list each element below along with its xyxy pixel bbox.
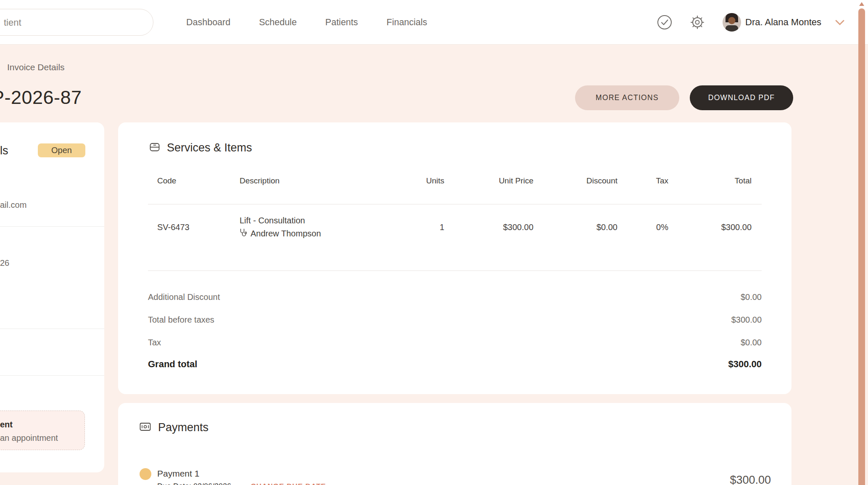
payments-card: Payments Payment 1 Due Date: 02/06/2026 … [118, 403, 791, 485]
payment-due-date: Due Date: 02/06/2026 [157, 482, 231, 485]
appointment-notice-title-fragment: ent [0, 420, 13, 429]
payment-name: Payment 1 [157, 469, 199, 479]
stethoscope-icon [240, 228, 247, 239]
nav-item-schedule[interactable]: Schedule [259, 17, 297, 28]
total-before-taxes-value: $300.00 [731, 315, 762, 325]
payments-title: Payments [158, 421, 208, 434]
col-header-units: Units [426, 176, 444, 186]
grand-total-value: $300.00 [728, 359, 762, 370]
nav-item-patients[interactable]: Patients [325, 17, 358, 28]
sidebar-title-fragment: ls [0, 144, 8, 157]
col-header-description: Description [240, 176, 280, 186]
col-header-discount: Discount [586, 176, 617, 186]
appointment-notice-body-fragment: an appointment [0, 433, 58, 443]
col-header-tax: Tax [656, 176, 668, 186]
row-provider: Andrew Thompson [240, 228, 321, 239]
table-row-divider [148, 270, 762, 271]
nav-item-dashboard[interactable]: Dashboard [186, 17, 230, 28]
additional-discount-label: Additional Discount [148, 292, 220, 302]
tax-value: $0.00 [741, 338, 762, 347]
download-pdf-button[interactable]: DOWNLOAD PDF [690, 85, 793, 110]
payment-status-dot [140, 468, 151, 480]
page-title-invoice-number: P-2026-87 [0, 87, 82, 109]
user-avatar[interactable] [723, 13, 741, 32]
banknote-icon [140, 421, 151, 434]
services-items-card: Services & Items Code Description Units … [118, 122, 791, 394]
vertical-scrollbar-thumb[interactable] [858, 8, 865, 485]
wallet-icon [150, 142, 160, 154]
main-nav: Dashboard Schedule Patients Financials [186, 0, 427, 45]
app-viewport: tient Dashboard Schedule Patients Financ… [0, 0, 868, 485]
row-code: SV-6473 [157, 223, 190, 232]
divider [0, 375, 104, 376]
row-description: Lift - Consultation [240, 216, 305, 225]
col-header-code: Code [157, 176, 176, 186]
patient-email-fragment: ail.com [0, 200, 26, 210]
more-actions-button[interactable]: MORE ACTIONS [575, 85, 679, 110]
total-before-taxes-label: Total before taxes [148, 315, 214, 325]
appointment-notice-box [0, 411, 85, 450]
table-header-divider [148, 204, 762, 204]
divider [0, 329, 104, 329]
row-total: $300.00 [721, 223, 752, 232]
services-items-title: Services & Items [167, 141, 252, 154]
row-tax: 0% [656, 223, 668, 232]
breadcrumb: Invoice Details [7, 62, 65, 72]
search-input[interactable]: tient [0, 9, 153, 36]
settings-gear-icon[interactable] [689, 14, 705, 30]
search-input-text: tient [4, 17, 21, 28]
col-header-total: Total [735, 176, 752, 186]
change-due-date-link[interactable]: CHANGE DUE DATE [251, 482, 326, 485]
nav-item-financials[interactable]: Financials [387, 17, 427, 28]
status-badge: Open [38, 143, 85, 157]
scrollbar-up-arrow[interactable] [859, 2, 864, 6]
user-menu-chevron-down-icon[interactable] [835, 19, 845, 27]
payment-amount: $300.00 [730, 474, 771, 485]
grand-total-label: Grand total [148, 359, 197, 370]
payment-meta-line: Due Date: 02/06/2026 CHANGE DUE DATE [157, 482, 326, 485]
additional-discount-value: $0.00 [741, 292, 762, 302]
row-units: 1 [440, 223, 444, 232]
row-unit-price: $300.00 [503, 223, 533, 232]
invoice-date-fragment: 26 [0, 258, 9, 268]
row-discount: $0.00 [596, 223, 617, 232]
top-navigation-bar: tient Dashboard Schedule Patients Financ… [0, 0, 868, 45]
col-header-unit-price: Unit Price [499, 176, 533, 186]
tasks-check-icon[interactable] [657, 14, 673, 30]
invoice-summary-card: ls Open ail.com 26 ent an appointment [0, 122, 104, 472]
user-name[interactable]: Dra. Alana Montes [745, 17, 821, 28]
divider [0, 226, 104, 227]
tax-label: Tax [148, 338, 161, 347]
